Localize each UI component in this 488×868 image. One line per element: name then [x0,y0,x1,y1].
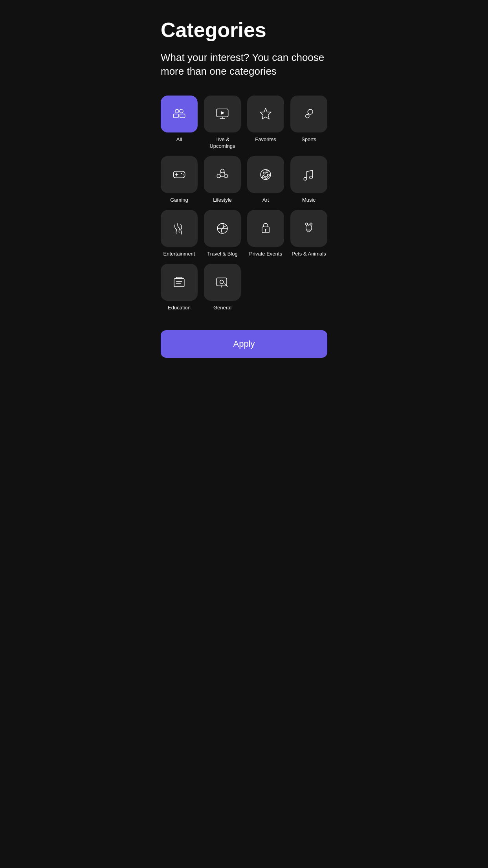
category-label-all: All [176,136,182,143]
category-label-gaming: Gaming [170,197,188,204]
svg-point-30 [304,177,306,180]
category-item-education[interactable]: Education [161,264,198,311]
svg-point-20 [224,174,228,178]
category-icon-box-travel-blog [204,210,241,247]
svg-point-26 [266,171,268,173]
category-icon-box-education [161,264,198,301]
category-icon-box-general [204,264,241,301]
category-label-private-events: Private Events [249,251,282,257]
category-label-live-upcomings: Live & Upcomings [204,136,241,150]
svg-point-25 [263,172,266,175]
category-icon-box-sports [290,96,327,132]
category-label-entertainment: Entertainment [163,251,195,257]
svg-point-40 [306,223,308,225]
svg-rect-3 [180,114,185,118]
category-item-all[interactable]: All [161,96,198,150]
category-item-live-upcomings[interactable]: Live & Upcomings [204,96,241,150]
category-item-general[interactable]: General [204,264,241,311]
category-icon-box-pets-animals [290,210,327,247]
category-icon-box-private-events [247,210,284,247]
svg-line-22 [224,172,225,174]
svg-point-16 [181,173,182,174]
category-icon-box-music [290,156,327,193]
category-label-sports: Sports [301,136,316,143]
category-label-lifestyle: Lifestyle [213,197,232,204]
category-label-general: General [213,305,231,311]
svg-point-11 [306,114,309,118]
svg-line-49 [225,284,227,287]
category-item-favorites[interactable]: Favorites [247,96,284,150]
page-container: Categories What your interest? You can c… [150,0,338,370]
category-icon-box-all [161,96,198,132]
category-icon-box-art [247,156,284,193]
svg-point-28 [265,177,268,179]
category-icon-box-entertainment [161,210,198,247]
category-icon-box-lifestyle [204,156,241,193]
category-item-art[interactable]: Art [247,156,284,204]
svg-point-29 [262,176,265,178]
apply-button[interactable]: Apply [161,330,327,358]
category-item-gaming[interactable]: Gaming [161,156,198,204]
svg-point-17 [183,175,184,176]
svg-point-18 [220,169,224,173]
svg-point-27 [268,174,270,177]
category-item-travel-blog[interactable]: Travel & Blog [204,210,241,257]
category-item-pets-animals[interactable]: Pets & Animals [290,210,327,257]
svg-point-41 [310,223,312,225]
svg-line-21 [220,172,221,174]
svg-rect-42 [174,279,184,287]
category-item-private-events[interactable]: Private Events [247,210,284,257]
svg-line-34 [307,170,313,172]
category-item-lifestyle[interactable]: Lifestyle [204,156,241,204]
svg-point-31 [310,176,312,179]
category-icon-box-favorites [247,96,284,132]
category-label-education: Education [168,305,191,311]
svg-marker-9 [260,108,271,120]
category-item-music[interactable]: Music [290,156,327,204]
category-label-music: Music [302,197,316,204]
categories-grid: AllLive & UpcomingsFavoritesSportsGaming… [161,96,327,311]
svg-marker-6 [221,111,224,115]
category-label-travel-blog: Travel & Blog [207,251,238,257]
svg-point-46 [220,280,224,283]
category-item-sports[interactable]: Sports [290,96,327,150]
svg-point-19 [217,174,220,178]
category-icon-box-gaming [161,156,198,193]
page-title: Categories [161,19,327,41]
category-icon-box-live-upcomings [204,96,241,132]
page-subtitle: What your interest? You can choose more … [161,51,327,78]
category-item-entertainment[interactable]: Entertainment [161,210,198,257]
category-label-art: Art [262,197,269,204]
svg-rect-2 [173,114,178,118]
category-label-pets-animals: Pets & Animals [292,251,326,257]
category-label-favorites: Favorites [255,136,276,143]
